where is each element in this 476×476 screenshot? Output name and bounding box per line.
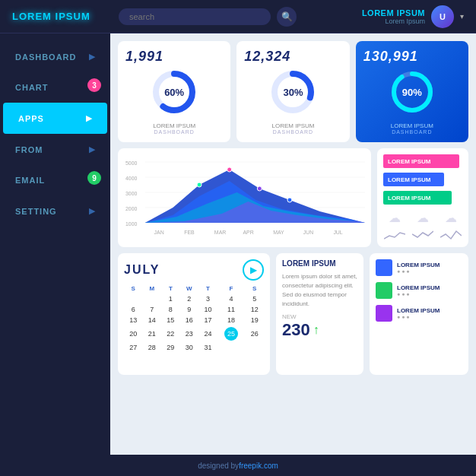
stat-footer-1: LOREM IPSUM: [153, 122, 195, 129]
svg-point-21: [227, 167, 232, 172]
calendar-day[interactable]: 26: [245, 325, 264, 342]
sidebar-item-setting[interactable]: SETTING ▶: [0, 195, 110, 227]
calendar-day[interactable]: 14: [143, 315, 162, 325]
list-sub-1: ● ● ●: [397, 268, 462, 274]
calendar-day[interactable]: 13: [124, 315, 143, 325]
calendar-day[interactable]: 30: [180, 342, 199, 353]
svg-text:5000: 5000: [125, 160, 138, 166]
calendar-day[interactable]: 21: [143, 325, 162, 342]
calendar-day[interactable]: 1: [161, 294, 180, 304]
next-arrow-icon: ▶: [250, 265, 257, 275]
calendar-day[interactable]: 31: [198, 342, 217, 353]
sidebar-item-apps[interactable]: APPS ▶: [3, 103, 107, 134]
calendar-day[interactable]: 3: [198, 294, 217, 304]
calendar-day[interactable]: 5: [245, 294, 264, 304]
svg-text:MAY: MAY: [273, 230, 284, 235]
calendar-day[interactable]: 6: [124, 304, 143, 315]
list-color-1: [376, 259, 392, 276]
sidebar-item-email[interactable]: EMAIL 9: [0, 165, 110, 195]
sparklines: [383, 228, 462, 242]
donut-3: 90%: [388, 68, 436, 116]
stat-card-2: 12,324 30% LOREM IPSUM DASHBOARD: [236, 41, 349, 142]
sidebar-item-dashboard[interactable]: DASHBOARD ▶: [0, 41, 110, 72]
calendar-next-button[interactable]: ▶: [243, 259, 264, 281]
donut-label-1: 60%: [164, 87, 184, 98]
footer: designed by freepik.com: [0, 455, 476, 476]
calendar-day[interactable]: 12: [245, 304, 264, 315]
legend-item-1: LOREM IPSUM: [383, 154, 462, 168]
main-layout: DASHBOARD ▶ CHART 3 APPS ▶ FROM ▶ EMAIL …: [0, 33, 476, 455]
sidebar: DASHBOARD ▶ CHART 3 APPS ▶ FROM ▶ EMAIL …: [0, 33, 110, 455]
legend-label-2: LOREM IPSUM: [388, 176, 430, 183]
chart-legend: LOREM IPSUM LOREM IPSUM LOREM IPSUM ☁: [377, 148, 468, 247]
stat-card-3: 130,991 90% LOREM IPSUM DASHBOARD: [356, 41, 468, 142]
svg-text:1000: 1000: [125, 221, 138, 227]
stat-footer-2: LOREM IPSUM: [271, 122, 314, 129]
calendar-day[interactable]: 19: [245, 315, 264, 325]
chevron-down-icon[interactable]: ▾: [460, 12, 464, 21]
calendar-day[interactable]: 22: [161, 325, 180, 342]
svg-text:JAN: JAN: [154, 230, 164, 235]
calendar-day[interactable]: 24: [198, 325, 217, 342]
cal-th-s2: S: [245, 284, 264, 294]
svg-text:APR: APR: [243, 230, 254, 235]
svg-text:2000: 2000: [125, 206, 138, 211]
calendar-day[interactable]: [143, 294, 162, 304]
calendar-card: JULY ▶ S M T W T F S: [118, 253, 270, 375]
area-chart-svg: 5000 4000 3000 2000 1000: [124, 154, 365, 238]
info-new-label: NEW: [282, 313, 357, 320]
svg-point-22: [257, 186, 262, 191]
logo: LOREM IPSUM: [12, 11, 119, 22]
search-input[interactable]: [119, 8, 271, 25]
arrow-icon: ▶: [86, 113, 92, 123]
donut-label-3: 90%: [402, 87, 422, 98]
calendar-day[interactable]: 28: [143, 342, 162, 353]
list-text-3: LOREM IPSUM ● ● ●: [397, 307, 462, 319]
user-info: LOREM IPSUM Lorem Ipsum: [362, 8, 425, 25]
svg-text:MAR: MAR: [214, 230, 226, 235]
stat-sub-3: DASHBOARD: [392, 129, 432, 135]
calendar-day[interactable]: 8: [161, 304, 180, 315]
stat-card-1: 1,991 60% LOREM IPSUM DASHBOARD: [118, 41, 230, 142]
sidebar-item-from[interactable]: FROM ▶: [0, 134, 110, 165]
info-card: LOREM IPSUM Lorem ipsum dolor sit amet, …: [276, 253, 363, 375]
calendar-day[interactable]: 15: [161, 315, 180, 325]
donut-label-2: 30%: [283, 87, 303, 98]
calendar-day[interactable]: 2: [180, 294, 199, 304]
legend-item-3: LOREM IPSUM: [383, 191, 462, 205]
svg-point-23: [287, 198, 292, 202]
list-item-1: LOREM IPSUM ● ● ●: [376, 259, 462, 276]
calendar-day[interactable]: 9: [180, 304, 199, 315]
sidebar-item-chart[interactable]: CHART 3: [0, 72, 110, 103]
calendar-day[interactable]: 17: [198, 315, 217, 325]
donut-2: 30%: [268, 68, 317, 116]
legend-bar-1: LOREM IPSUM: [383, 154, 459, 168]
arrow-icon: ▶: [89, 144, 95, 154]
search-button[interactable]: 🔍: [277, 7, 297, 27]
calendar-day[interactable]: 16: [180, 315, 199, 325]
calendar-day[interactable]: 7: [143, 304, 162, 315]
calendar-day[interactable]: 29: [161, 342, 180, 353]
calendar-day[interactable]: 10: [198, 304, 217, 315]
calendar-day[interactable]: 20: [124, 325, 143, 342]
cal-th-t: T: [161, 284, 180, 294]
list-sub-3: ● ● ●: [397, 314, 462, 319]
calendar-day[interactable]: [217, 342, 246, 353]
calendar-day[interactable]: [245, 342, 264, 353]
legend-item-2: LOREM IPSUM: [383, 173, 462, 186]
calendar-day[interactable]: 18: [217, 315, 246, 325]
content-area: 1,991 60% LOREM IPSUM DASHBOARD 12,324: [110, 33, 476, 455]
avatar[interactable]: U: [431, 5, 454, 28]
calendar-day[interactable]: [124, 294, 143, 304]
svg-text:3000: 3000: [125, 191, 138, 196]
calendar-day[interactable]: 4: [217, 294, 246, 304]
calendar-day[interactable]: 25: [217, 325, 246, 342]
svg-point-20: [197, 182, 202, 187]
calendar-day[interactable]: 23: [180, 325, 199, 342]
legend-label-1: LOREM IPSUM: [388, 158, 430, 165]
calendar-day[interactable]: 27: [124, 342, 143, 353]
list-color-2: [376, 282, 392, 299]
calendar-day[interactable]: 11: [217, 304, 246, 315]
cal-th-f: F: [217, 284, 246, 294]
cloud-icon-2: ☁: [417, 211, 429, 225]
